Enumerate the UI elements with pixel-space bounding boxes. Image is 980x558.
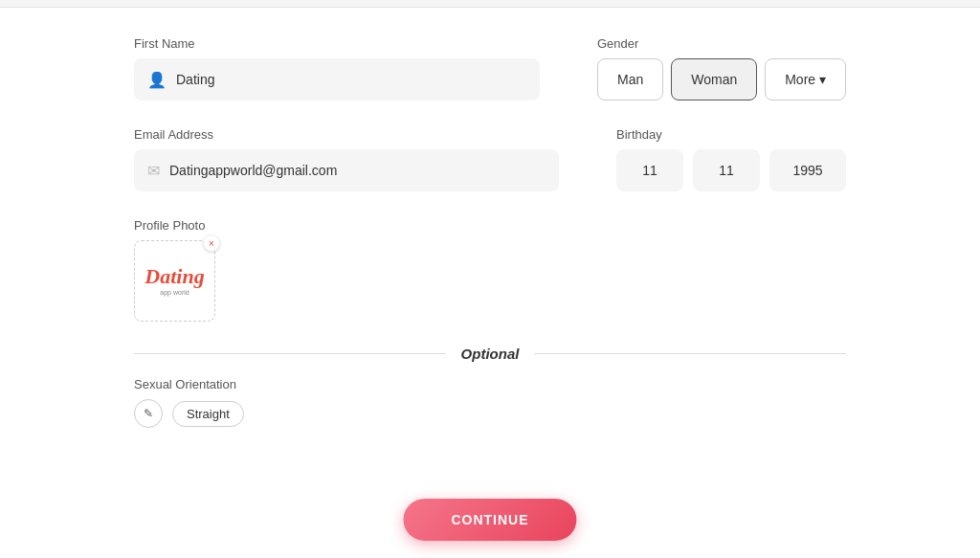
divider-right [534,353,846,354]
first-name-input-wrapper: 👤 [134,58,540,100]
email-input-wrapper: ✉ [134,149,559,191]
gender-man-button[interactable]: Man [597,58,663,100]
gender-more-button[interactable]: More ▾ [765,58,846,100]
row-2: Email Address ✉ Birthday 11 11 1995 [134,127,846,191]
email-icon: ✉ [147,162,160,180]
email-group: Email Address ✉ [134,127,559,191]
gender-buttons: Man Woman More ▾ [597,58,846,100]
optional-divider: Optional [134,346,846,362]
top-bar [0,0,980,8]
email-label: Email Address [134,127,559,142]
birthday-year[interactable]: 1995 [769,149,846,191]
photo-close-button[interactable]: × [203,234,220,252]
birthday-label: Birthday [616,127,846,142]
orientation-row: ✎ Straight [134,399,846,428]
first-name-group: First Name 👤 [134,36,540,100]
photo-container: × Dating app world [134,240,220,326]
birthday-day[interactable]: 11 [616,149,683,191]
form-container: First Name 👤 Gender Man Woman More ▾ Ema… [0,8,980,476]
continue-button[interactable]: CONTINUE [403,499,576,541]
row-1: First Name 👤 Gender Man Woman More ▾ [134,36,846,100]
sexual-orientation-section: Sexual Orientation ✎ Straight [134,377,846,428]
photo-logo-sub: app world [145,289,204,296]
gender-label: Gender [597,36,846,51]
pencil-icon: ✎ [144,407,153,420]
birthday-inputs: 11 11 1995 [616,149,846,191]
profile-photo-label: Profile Photo [134,218,846,233]
continue-button-wrapper: CONTINUE [403,499,576,541]
birthday-group: Birthday 11 11 1995 [616,127,846,191]
email-input[interactable] [169,163,546,178]
gender-group: Gender Man Woman More ▾ [597,36,846,100]
sexual-orientation-label: Sexual Orientation [134,377,846,391]
photo-logo-text: Dating [145,266,204,287]
orientation-tag: Straight [172,401,244,427]
photo-preview: Dating app world [135,241,214,321]
divider-left [134,353,446,354]
optional-label: Optional [461,346,520,362]
profile-photo-section: Profile Photo × Dating app world [134,218,846,326]
first-name-label: First Name [134,36,540,51]
gender-woman-button[interactable]: Woman [671,58,757,100]
photo-box[interactable]: Dating app world [134,240,215,322]
orientation-edit-button[interactable]: ✎ [134,399,163,428]
person-icon: 👤 [147,71,167,89]
first-name-input[interactable] [176,72,526,87]
birthday-month[interactable]: 11 [693,149,760,191]
